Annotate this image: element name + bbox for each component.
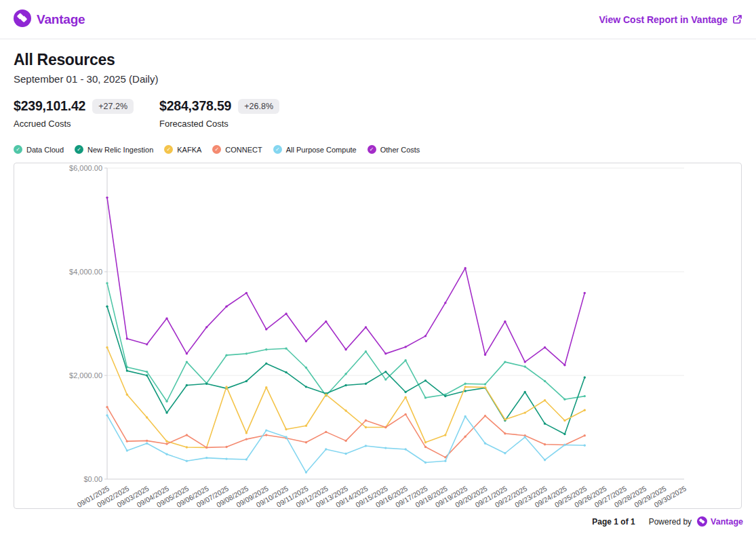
legend-check-icon: ✓ [212,145,221,154]
forecasted-costs-label: Forecasted Costs [159,119,279,129]
forecasted-costs-metric: $284,378.59 +26.8% Forecasted Costs [159,98,279,129]
legend-item-other-costs[interactable]: ✓Other Costs [367,145,420,154]
legend-check-icon: ✓ [273,145,282,154]
legend-label: New Relic Ingestion [87,146,153,154]
legend-label: KAFKA [177,146,201,154]
legend-label: CONNECT [225,146,262,154]
vantage-logo-icon [14,9,31,30]
legend-item-all-purpose-compute[interactable]: ✓All Purpose Compute [273,145,357,154]
report-body: All Resources September 01 - 30, 2025 (D… [0,51,756,509]
legend-check-icon: ✓ [164,145,173,154]
footer: Page 1 of 1 Powered by Vantage [0,509,756,527]
legend-label: All Purpose Compute [286,146,357,154]
legend-item-data-cloud[interactable]: ✓Data Cloud [14,145,64,154]
date-range-subtitle: September 01 - 30, 2025 (Daily) [14,73,742,85]
legend-item-connect[interactable]: ✓CONNECT [212,145,262,154]
page-indicator: Page 1 of 1 [592,517,635,527]
legend-check-icon: ✓ [75,145,83,154]
legend-check-icon: ✓ [367,145,376,154]
brand-name: Vantage [37,12,85,27]
footer-brand-name: Vantage [711,517,743,527]
vantage-brand-link[interactable]: Vantage [14,9,85,30]
accrued-costs-metric: $239,101.42 +27.2% Accrued Costs [14,98,134,129]
legend: ✓Data Cloud✓New Relic Ingestion✓KAFKA✓CO… [14,145,742,154]
powered-by-vantage-link[interactable]: Powered by Vantage [649,516,743,527]
accrued-costs-label: Accrued Costs [14,119,134,129]
accrued-costs-value: $239,101.42 [14,98,85,114]
legend-item-kafka[interactable]: ✓KAFKA [164,145,201,154]
header: Vantage View Cost Report in Vantage [0,0,756,39]
vantage-footer-logo-icon [697,516,707,527]
legend-item-new-relic-ingestion[interactable]: ✓New Relic Ingestion [75,145,153,154]
svg-text:$6,000.00: $6,000.00 [69,164,102,172]
forecasted-costs-delta-badge: +26.8% [238,99,279,114]
view-cost-report-label: View Cost Report in Vantage [599,14,728,25]
view-cost-report-link[interactable]: View Cost Report in Vantage [599,14,742,25]
forecasted-costs-value: $284,378.59 [159,98,231,114]
svg-text:$0.00: $0.00 [83,475,102,483]
svg-text:$2,000.00: $2,000.00 [69,371,102,379]
powered-by-label: Powered by [649,517,692,527]
page-title: All Resources [14,51,742,69]
chart-card: $0.00$2,000.00$4,000.00$6,000.0009/01/20… [14,163,742,509]
legend-check-icon: ✓ [14,145,22,154]
legend-label: Other Costs [380,146,420,154]
accrued-costs-delta-badge: +27.2% [92,99,134,114]
external-link-icon [732,14,742,24]
cost-chart: $0.00$2,000.00$4,000.00$6,000.0009/01/20… [14,163,741,508]
svg-text:$4,000.00: $4,000.00 [69,268,102,276]
metrics-row: $239,101.42 +27.2% Accrued Costs $284,37… [14,98,742,129]
legend-label: Data Cloud [26,146,64,154]
